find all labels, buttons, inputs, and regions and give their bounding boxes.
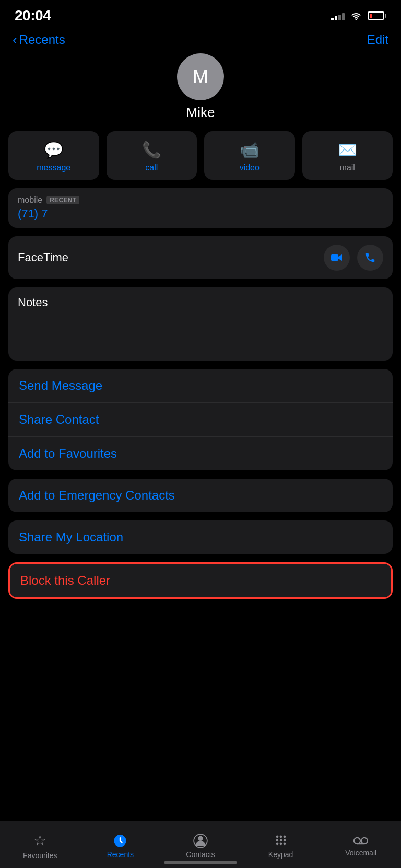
contacts-label: Contacts	[186, 850, 215, 859]
status-bar: 20:04	[0, 0, 401, 28]
call-button[interactable]: 📞 call	[107, 131, 197, 180]
facetime-video-button[interactable]	[324, 245, 350, 271]
phone-card[interactable]: mobile RECENT (71) 7	[8, 188, 393, 228]
share-contact-button[interactable]: Share Contact	[8, 403, 393, 437]
add-to-favourites-button[interactable]: Add to Favourites	[8, 437, 393, 470]
video-label: video	[240, 163, 260, 172]
chevron-left-icon: ‹	[13, 33, 17, 47]
phone-row: mobile RECENT (71) 7	[8, 188, 393, 228]
video-button[interactable]: 📹 video	[204, 131, 295, 180]
svg-point-0	[356, 19, 357, 21]
block-caller-card: Block this Caller	[8, 562, 393, 599]
message-label: message	[37, 163, 70, 172]
voicemail-icon	[353, 835, 368, 847]
mail-icon: ✉️	[338, 141, 357, 159]
facetime-row: FaceTime	[8, 236, 393, 279]
phone-number: (71) 7	[18, 207, 48, 220]
home-indicator	[164, 861, 237, 864]
svg-point-6	[279, 835, 282, 838]
phone-type-label: mobile	[18, 195, 42, 205]
message-icon: 💬	[44, 141, 63, 159]
mail-label: mail	[340, 163, 355, 172]
video-icon: 📹	[240, 141, 259, 159]
call-label: call	[145, 163, 158, 172]
tab-favourites[interactable]: ☆ Favourites	[19, 832, 61, 860]
share-location-card: Share My Location	[8, 520, 393, 554]
svg-point-7	[283, 835, 286, 838]
recent-badge: RECENT	[46, 196, 79, 204]
contact-header: M Mike	[0, 53, 401, 131]
tab-recents[interactable]: Recents	[99, 834, 141, 859]
favourites-label: Favourites	[23, 851, 57, 860]
call-icon: 📞	[142, 141, 161, 159]
battery-icon	[368, 11, 386, 20]
emergency-contacts-button[interactable]: Add to Emergency Contacts	[8, 479, 393, 512]
tab-contacts[interactable]: Contacts	[180, 834, 221, 859]
voicemail-label: Voicemail	[345, 849, 376, 857]
svg-point-8	[276, 839, 278, 841]
status-icons	[331, 11, 386, 20]
facetime-card: FaceTime	[8, 236, 393, 279]
emergency-contacts-card: Add to Emergency Contacts	[8, 479, 393, 512]
edit-button[interactable]: Edit	[367, 32, 388, 47]
contacts-icon	[193, 834, 208, 848]
favourites-icon: ☆	[33, 832, 46, 849]
back-label: Recents	[19, 32, 65, 47]
mail-button[interactable]: ✉️ mail	[302, 131, 393, 180]
recents-icon	[113, 834, 127, 848]
facetime-video-icon	[331, 253, 343, 262]
share-location-button[interactable]: Share My Location	[8, 520, 393, 554]
wifi-icon	[350, 11, 362, 20]
action-list-card: Send Message Share Contact Add to Favour…	[8, 369, 393, 470]
facetime-actions	[324, 245, 383, 271]
send-message-button[interactable]: Send Message	[8, 369, 393, 403]
tab-keypad[interactable]: Keypad	[260, 834, 302, 859]
tab-voicemail[interactable]: Voicemail	[340, 835, 382, 857]
svg-point-15	[361, 837, 368, 843]
svg-point-13	[283, 842, 286, 845]
block-caller-button[interactable]: Block this Caller	[10, 564, 391, 597]
facetime-phone-icon	[364, 252, 376, 263]
notes-content: Notes	[8, 287, 393, 361]
avatar: M	[177, 53, 224, 100]
svg-point-5	[276, 835, 278, 838]
svg-point-3	[198, 836, 203, 840]
signal-icon	[331, 11, 345, 20]
facetime-phone-button[interactable]	[357, 245, 383, 271]
svg-point-11	[276, 842, 278, 845]
svg-point-10	[283, 839, 286, 841]
svg-rect-1	[331, 254, 338, 261]
keypad-icon	[274, 834, 288, 848]
facetime-label: FaceTime	[18, 251, 68, 264]
recents-label: Recents	[107, 850, 134, 859]
notes-card[interactable]: Notes	[8, 287, 393, 361]
action-buttons: 💬 message 📞 call 📹 video ✉️ mail	[0, 131, 401, 188]
nav-bar: ‹ Recents Edit	[0, 28, 401, 53]
svg-point-9	[279, 839, 282, 841]
keypad-label: Keypad	[268, 850, 293, 859]
svg-point-12	[279, 842, 282, 845]
message-button[interactable]: 💬 message	[8, 131, 99, 180]
notes-label: Notes	[18, 296, 48, 309]
back-button[interactable]: ‹ Recents	[13, 32, 65, 47]
status-time: 20:04	[15, 7, 51, 24]
contact-name: Mike	[186, 105, 215, 121]
svg-point-14	[354, 837, 360, 843]
